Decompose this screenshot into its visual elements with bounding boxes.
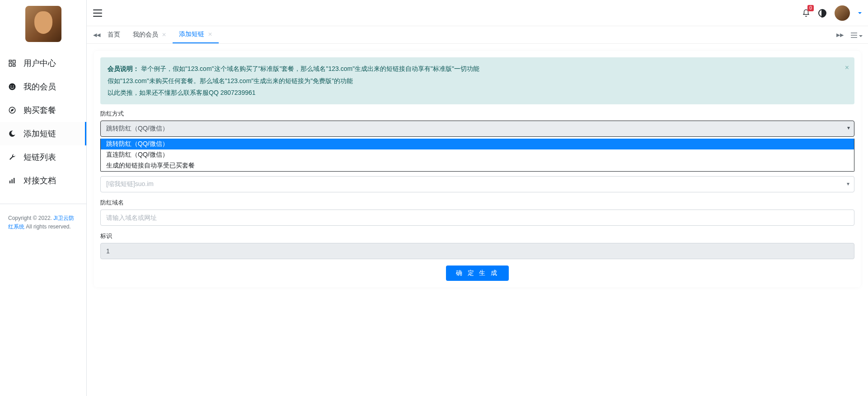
svg-point-6: [13, 85, 14, 86]
sidebar-item-label: 用户中心: [23, 58, 56, 69]
svg-rect-1: [13, 60, 15, 63]
sidebar-item-shortlink-list[interactable]: 短链列表: [0, 145, 86, 169]
callout-title: 会员说明：: [108, 65, 139, 72]
sidebar-footer: Copyright © 2022. JI卫云防红系统 All rights re…: [0, 208, 86, 238]
mode-group: 防红方式 跳转防红（QQ/微信） 直连防红（QQ/微信） 生成的短链接自动享受已…: [100, 110, 854, 192]
callout-line1: 举个例子，假如"123.com"这个域名购买了"标准版"套餐，那么域名"123.…: [141, 65, 479, 72]
tab-scroll-right-icon[interactable]: ▶▶: [835, 32, 845, 38]
bars-icon: [7, 177, 17, 185]
sidebar-nav: 用户中心 我的会员 购买套餐 添加短链 短链列表 对接文档: [0, 51, 86, 192]
tab-add-shortlink[interactable]: 添加短链 ✕: [173, 26, 219, 43]
sidebar-item-label: 短链列表: [23, 152, 56, 163]
tab-my-member[interactable]: 我的会员 ✕: [127, 26, 173, 43]
tab-label: 首页: [108, 31, 120, 39]
user-avatar[interactable]: [835, 5, 850, 21]
close-icon[interactable]: ✕: [208, 31, 212, 37]
page-body: × 会员说明： 举个例子，假如"123.com"这个域名购买了"标准版"套餐，那…: [87, 44, 868, 294]
target-group: 防红域名: [100, 199, 854, 226]
dashboard-icon: [7, 59, 17, 67]
smile-icon: [7, 83, 17, 91]
tabbar: ◀◀ 首页 我的会员 ✕ 添加短链 ✕ ▶▶: [87, 26, 868, 44]
sidebar-item-label: 我的会员: [23, 81, 56, 92]
mode-option[interactable]: 生成的短链接自动享受已买套餐: [101, 160, 854, 171]
brand-avatar: [25, 6, 61, 42]
svg-rect-3: [13, 65, 15, 66]
notification-badge: 0: [807, 5, 814, 11]
copyright-prefix: Copyright © 2022.: [8, 215, 53, 221]
mode-option[interactable]: 直连防红（QQ/微信）: [101, 149, 854, 160]
hamburger-icon[interactable]: [93, 9, 102, 17]
svg-rect-9: [9, 181, 10, 183]
user-dropdown-caret-icon[interactable]: [858, 12, 862, 14]
sidebar-item-buy-plan[interactable]: 购买套餐: [0, 98, 86, 122]
callout-close-icon[interactable]: ×: [845, 61, 849, 75]
target-input[interactable]: [100, 210, 854, 226]
tab-menu-icon[interactable]: [851, 31, 863, 38]
sidebar-item-api-docs[interactable]: 对接文档: [0, 169, 86, 192]
svg-rect-2: [9, 63, 11, 66]
submit-button[interactable]: 确 定 生 成: [446, 266, 509, 281]
sidebar-item-label: 购买套餐: [23, 105, 56, 116]
svg-point-5: [10, 85, 11, 86]
short-domain-placeholder: [缩我短链]suo.im: [106, 180, 154, 188]
svg-rect-10: [12, 179, 13, 183]
sidebar-item-user-center[interactable]: 用户中心: [0, 51, 86, 75]
wrench-icon: [7, 153, 17, 161]
member-callout: × 会员说明： 举个例子，假如"123.com"这个域名购买了"标准版"套餐，那…: [100, 57, 854, 104]
callout-line3: 以此类推，如果还不懂那么联系客服QQ 2807239961: [108, 89, 256, 96]
top-navbar: 0: [87, 0, 868, 26]
brand-logo: [0, 0, 86, 47]
bell-icon[interactable]: 0: [802, 9, 810, 18]
compass-icon: [7, 106, 17, 114]
sidebar: 用户中心 我的会员 购买套餐 添加短链 短链列表 对接文档: [0, 0, 87, 396]
flag-group: 标识: [100, 232, 854, 259]
form-card: × 会员说明： 举个例子，假如"123.com"这个域名购买了"标准版"套餐，那…: [94, 51, 861, 287]
copyright-suffix: All rights reserved.: [24, 224, 71, 230]
target-label: 防红域名: [100, 199, 854, 207]
sidebar-item-label: 添加短链: [23, 128, 56, 139]
mode-select[interactable]: [100, 121, 854, 137]
short-domain-select[interactable]: [缩我短链]suo.im: [100, 176, 854, 192]
sidebar-item-label: 对接文档: [23, 175, 56, 186]
svg-rect-11: [14, 178, 14, 183]
flag-label: 标识: [100, 232, 854, 240]
sidebar-item-add-shortlink[interactable]: 添加短链: [0, 122, 86, 145]
edge-icon: [7, 130, 17, 138]
callout-line2: 假如"123.com"未购买任何套餐。那么域名"123.com"生成出来的短链接…: [108, 77, 353, 84]
theme-icon[interactable]: [818, 9, 826, 17]
flag-input: [100, 243, 854, 259]
tab-home[interactable]: 首页: [101, 26, 127, 43]
svg-point-4: [9, 84, 16, 90]
mode-dropdown: 跳转防红（QQ/微信） 直连防红（QQ/微信） 生成的短链接自动享受已买套餐: [100, 139, 854, 172]
tab-label: 我的会员: [133, 31, 158, 39]
svg-rect-0: [9, 60, 11, 62]
content-area: 0 ◀◀ 首页 我的会员 ✕ 添加短链 ✕: [87, 0, 868, 396]
tab-label: 添加短链: [179, 30, 204, 38]
mode-option[interactable]: 跳转防红（QQ/微信）: [101, 139, 854, 149]
close-icon[interactable]: ✕: [162, 32, 166, 38]
tab-scroll-left-icon[interactable]: ◀◀: [92, 32, 101, 38]
sidebar-separator: [0, 204, 86, 204]
svg-marker-8: [11, 109, 14, 112]
sidebar-item-my-member[interactable]: 我的会员: [0, 75, 86, 98]
mode-label: 防红方式: [100, 110, 854, 118]
